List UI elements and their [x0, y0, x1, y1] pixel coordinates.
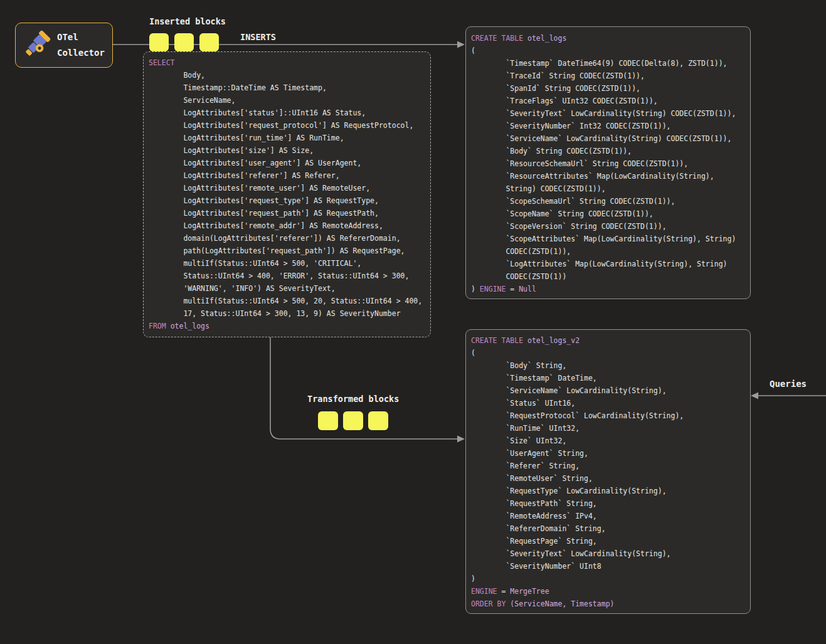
create-table-otel-logs: CREATE TABLE otel_logs( `Timestamp` Date… — [465, 26, 751, 299]
queries-label: Queries — [770, 379, 807, 389]
transformed-block — [343, 411, 363, 430]
inserted-blocks-label: Inserted blocks — [149, 16, 226, 26]
queries-arrowhead-icon — [751, 393, 758, 399]
otel-title-line1: OTel — [57, 29, 105, 45]
inserted-block — [174, 33, 194, 51]
create-table-otel-logs-v2: CREATE TABLE otel_logs_v2( `Body` String… — [465, 329, 751, 614]
otel-clickhouse-flow-diagram: OTel Collector Inserted blocks INSERTS T… — [0, 0, 826, 644]
otel-collector-node: OTel Collector — [15, 23, 113, 68]
transformed-blocks-label: Transformed blocks — [307, 394, 399, 404]
inserts-arrowhead-icon — [457, 41, 465, 48]
inserted-block — [199, 33, 219, 51]
transform-arrowhead-icon — [457, 436, 465, 443]
inserted-block — [149, 33, 169, 51]
transform-arrow-line — [270, 337, 457, 439]
otel-title-line2: Collector — [57, 45, 105, 61]
telescope-icon — [23, 29, 51, 61]
transformed-block — [368, 411, 388, 430]
materialized-view-select-query: SELECT Body, Timestamp::DateTime AS Time… — [143, 51, 431, 337]
transformed-block — [318, 411, 338, 430]
inserts-label: INSERTS — [240, 32, 276, 42]
otel-collector-title: OTel Collector — [57, 29, 105, 61]
